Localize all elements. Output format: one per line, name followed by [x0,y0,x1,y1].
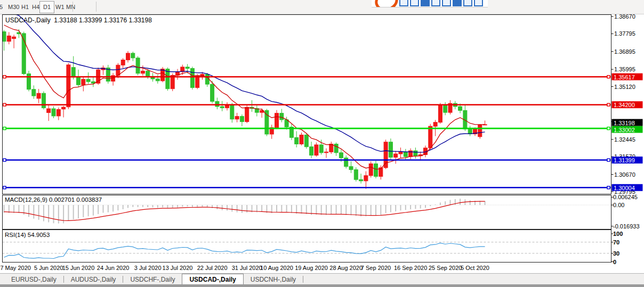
clipped-toolbar-icon[interactable] [399,0,408,6]
clipped-toolbar-icon[interactable] [463,0,472,6]
svg-text:31 Jul 2020: 31 Jul 2020 [232,265,262,271]
rsi-axis[interactable]: 10070300 [611,231,623,265]
svg-text:1.30004: 1.30004 [614,185,635,191]
svg-text:24 Jun 2020: 24 Jun 2020 [97,265,130,271]
chart-tab-bar: EURUSD-,DailyAUDUSD-,DailyUSDCHF-,DailyU… [0,273,644,285]
svg-text:30: 30 [613,250,619,257]
chart-tab-eurusddaily[interactable]: EURUSD-,Daily [4,274,63,285]
svg-text:1.34200: 1.34200 [614,102,635,108]
svg-text:3 Jul 2020: 3 Jul 2020 [134,265,162,271]
rsi-indicator-label: RSI(14) 54.9053 [5,232,50,238]
svg-text:15 Jun 2020: 15 Jun 2020 [62,265,95,271]
trading-terminal-window: { "toolbar": { "timeframes": [ {"label":… [0,0,644,287]
clipped-overlay-toolbar [372,0,488,7]
svg-text:13 Jul 2020: 13 Jul 2020 [163,265,193,271]
svg-text:1.36895: 1.36895 [614,48,635,55]
svg-text:0: 0 [613,259,616,265]
toolbar-separator [96,2,96,12]
clipped-toolbar-icon[interactable] [442,0,451,6]
svg-text:22 Jul 2020: 22 Jul 2020 [197,265,228,271]
chart-tab-usdcnhdaily[interactable]: USDCNH-,Daily [244,274,303,285]
clipped-toolbar-icon[interactable] [453,0,462,6]
timeframe-toolbar: 5M30H1H4D1W1MN [0,0,644,14]
svg-text:27 May 2020: 27 May 2020 [0,265,31,271]
toolbar-separator [73,2,73,12]
rsi-pane[interactable] [3,230,611,263]
macd-axis[interactable]: 0.0062450.00-0.016933 [611,194,640,229]
svg-text:0.006245: 0.006245 [613,194,638,200]
tab-separator [303,276,303,283]
chart-tab-usdchfdaily[interactable]: USDCHF-,Daily [123,274,182,285]
svg-text:16 Sep 2020: 16 Sep 2020 [394,265,427,271]
svg-text:10 Aug 2020: 10 Aug 2020 [260,265,293,271]
window-bottom-edge [0,284,644,287]
svg-text:1.33002: 1.33002 [614,127,635,133]
svg-text:1.35995: 1.35995 [614,66,635,72]
svg-text:1.37795: 1.37795 [614,30,635,37]
svg-text:25 Sep 2020: 25 Sep 2020 [429,265,462,271]
orange-logo-icon[interactable] [373,0,401,7]
clipped-toolbar-icon[interactable] [431,0,440,6]
chart-canvas[interactable]: 1.386701.377951.368951.359951.351201.333… [0,0,644,287]
svg-text:100: 100 [613,231,623,237]
chart-tab-audusddaily[interactable]: AUDUSD-,Daily [64,274,123,285]
svg-text:5 Jun 2020: 5 Jun 2020 [34,265,63,271]
svg-text:0.00: 0.00 [613,202,624,208]
price-axis[interactable]: 1.386701.377951.368951.359951.351201.333… [611,13,643,195]
chart-title: USDCAD-,Daily 1.33188 1.33399 1.33176 1.… [5,17,152,24]
svg-text:70: 70 [613,239,619,245]
svg-text:1.35617: 1.35617 [614,74,635,80]
svg-text:-0.016933: -0.016933 [613,223,640,229]
svg-text:5 Oct 2020: 5 Oct 2020 [461,265,489,271]
svg-text:7 Sep 2020: 7 Sep 2020 [361,265,391,271]
time-axis[interactable]: 27 May 20205 Jun 202015 Jun 202024 Jun 2… [0,265,489,271]
timeframe-button-mn[interactable]: MN [62,1,79,13]
chart-tab-usdcaddaily[interactable]: USDCAD-,Daily [182,274,243,285]
svg-text:28 Aug 2020: 28 Aug 2020 [329,265,363,271]
svg-text:1.30670: 1.30670 [614,171,635,178]
svg-text:1.35120: 1.35120 [614,84,635,90]
svg-text:1.33198: 1.33198 [614,120,635,126]
svg-text:1.32445: 1.32445 [614,136,635,143]
clipped-toolbar-icon[interactable] [421,0,430,6]
clipped-toolbar-icon[interactable] [474,0,483,6]
svg-text:19 Aug 2020: 19 Aug 2020 [295,265,328,271]
macd-indicator-label: MACD(12,26,9) 0.002701 0.003837 [5,196,102,203]
svg-text:1.31399: 1.31399 [614,157,635,163]
clipped-toolbar-icon[interactable] [410,0,419,6]
